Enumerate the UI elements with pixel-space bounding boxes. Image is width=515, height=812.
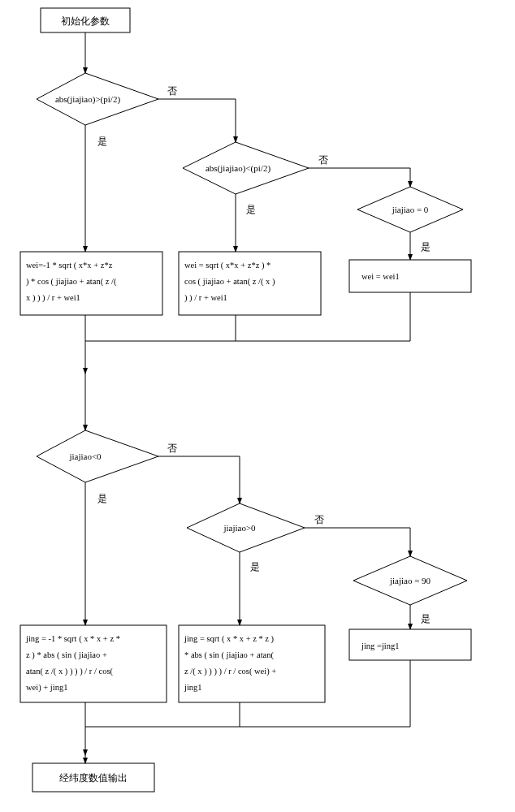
d5-no: 否	[314, 514, 324, 525]
p5-l1: jing = sqrt ( x * x + z * z )	[184, 634, 275, 644]
p4-l3: atan( z /( x ) ) ) ) / r / cos(	[26, 667, 113, 676]
d1-no: 否	[167, 85, 177, 97]
start-label: 初始化参数	[61, 15, 110, 27]
d1-yes: 是	[97, 136, 107, 147]
d3-yes: 是	[421, 241, 431, 253]
p1-l3: x ) ) ) / r + wei1	[26, 293, 80, 303]
d4-no: 否	[167, 443, 177, 454]
p2-l1: wei = sqrt ( x*x + z*z ) *	[184, 261, 270, 270]
p5-l2: * abs ( sin ( jiajiao + atan(	[184, 650, 275, 660]
end-label: 经纬度数值输出	[59, 772, 128, 784]
p5-l3: z /( x ) ) ) ) / r / cos( wei) +	[184, 667, 276, 676]
p2-l2: cos ( jiajiao + atan( z /( x )	[184, 277, 275, 287]
p6-label: jing =jing1	[361, 641, 399, 650]
flowchart-svg: 初始化参数 abs(jiajiao)>(pi/2) 是 否 abs(jiajia…	[0, 0, 515, 812]
d5-label: jiajiao>0	[223, 523, 256, 533]
d2-no: 否	[318, 154, 328, 166]
p5-l4: jing1	[184, 683, 202, 692]
d2-yes: 是	[246, 204, 256, 215]
d4-label: jiajiao<0	[68, 451, 102, 461]
d6-yes: 是	[421, 613, 431, 624]
d6-label: jiajiao = 90	[389, 576, 431, 585]
d1-label: abs(jiajiao)>(pi/2)	[55, 94, 120, 105]
p2-l3: ) ) / r + wei1	[184, 293, 227, 303]
p1-l2: ) * cos ( jiajiao + atan( z /(	[26, 277, 117, 287]
d4-yes: 是	[97, 493, 107, 504]
p3-label: wei = wei1	[361, 272, 400, 281]
d5-yes: 是	[250, 561, 260, 572]
p1-l1: wei=-1 * sqrt ( x*x + z*z	[26, 261, 113, 270]
d3-label: jiajiao = 0	[392, 205, 429, 214]
d2-label: abs(jiajiao)<(pi/2)	[206, 163, 270, 174]
p4-l1: jing = -1 * sqrt ( x * x + z *	[25, 634, 120, 644]
p4-l4: wei) + jing1	[26, 683, 67, 693]
p4-l2: z ) * abs ( sin ( jiajiao +	[26, 650, 107, 660]
